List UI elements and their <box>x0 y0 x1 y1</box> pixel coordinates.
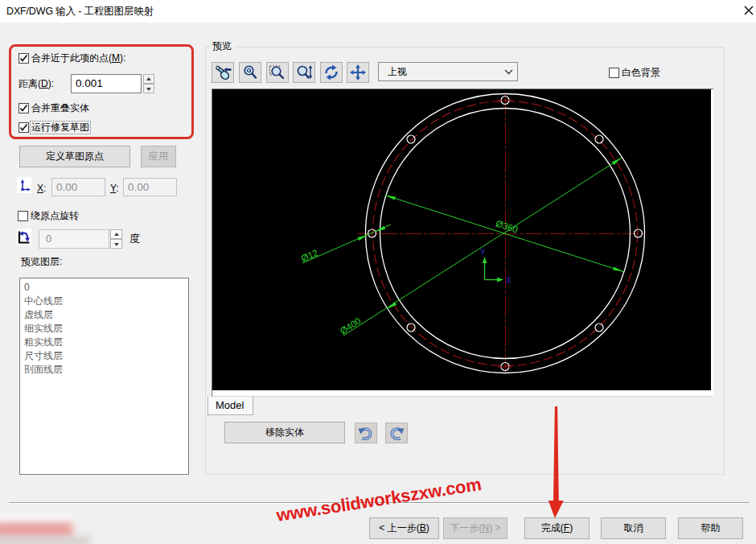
svg-text:Ø400: Ø400 <box>339 315 363 336</box>
svg-text:Ø12: Ø12 <box>300 248 320 264</box>
svg-text:Ø360: Ø360 <box>495 218 519 234</box>
svg-text:X: X <box>506 276 512 285</box>
svg-text:Y: Y <box>480 248 486 257</box>
